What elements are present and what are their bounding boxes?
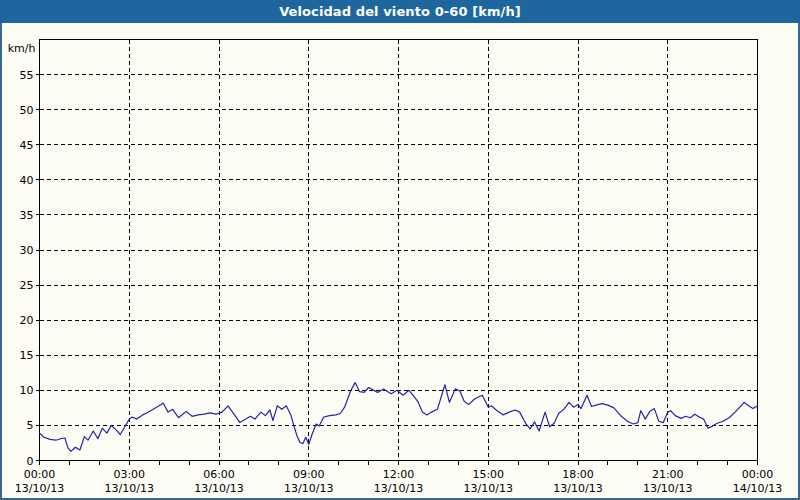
- chart-title: Velocidad del viento 0-60 [km/h]: [279, 4, 521, 19]
- y-tick-label: 55: [20, 69, 34, 82]
- y-tick-label: 25: [20, 279, 34, 292]
- x-tick-time-label: 00:00: [24, 468, 56, 481]
- x-tick-time-label: 12:00: [383, 468, 415, 481]
- x-tick-date-label: 13/10/13: [643, 482, 692, 495]
- y-tick-label: 15: [20, 349, 34, 362]
- y-tick-label: 30: [20, 244, 34, 257]
- x-tick-date-label: 13/10/13: [15, 482, 64, 495]
- x-tick-time-label: 18:00: [562, 468, 594, 481]
- x-tick-time-label: 03:00: [113, 468, 145, 481]
- y-tick-label: 5: [27, 419, 34, 432]
- x-tick-time-label: 00:00: [742, 468, 774, 481]
- x-tick-date-label: 13/10/13: [553, 482, 602, 495]
- x-tick-date-label: 13/10/13: [374, 482, 423, 495]
- y-tick-label: 40: [20, 174, 34, 187]
- x-tick-date-label: 13/10/13: [194, 482, 243, 495]
- y-axis-unit-label: km/h: [8, 42, 36, 55]
- wind-speed-chart-window: Velocidad del viento 0-60 [km/h] 0510152…: [0, 0, 800, 500]
- chart-title-bar: Velocidad del viento 0-60 [km/h]: [0, 0, 800, 23]
- x-tick-time-label: 21:00: [652, 468, 684, 481]
- y-tick-label: 20: [20, 314, 34, 327]
- y-tick-label: 0: [27, 455, 34, 468]
- chart-gridlines: [40, 40, 758, 461]
- x-tick-date-label: 13/10/13: [284, 482, 333, 495]
- x-tick-time-label: 09:00: [293, 468, 325, 481]
- x-tick-date-label: 14/10/13: [733, 482, 782, 495]
- x-tick-date-label: 13/10/13: [464, 482, 513, 495]
- x-tick-time-label: 15:00: [472, 468, 504, 481]
- chart-canvas: 051015202530354045505500:0013/10/1303:00…: [0, 0, 800, 500]
- y-tick-label: 35: [20, 209, 34, 222]
- chart-axes: [36, 40, 758, 465]
- x-tick-time-label: 06:00: [203, 468, 235, 481]
- y-tick-label: 50: [20, 104, 34, 117]
- y-tick-label: 10: [20, 384, 34, 397]
- y-tick-label: 45: [20, 139, 34, 152]
- x-tick-date-label: 13/10/13: [105, 482, 154, 495]
